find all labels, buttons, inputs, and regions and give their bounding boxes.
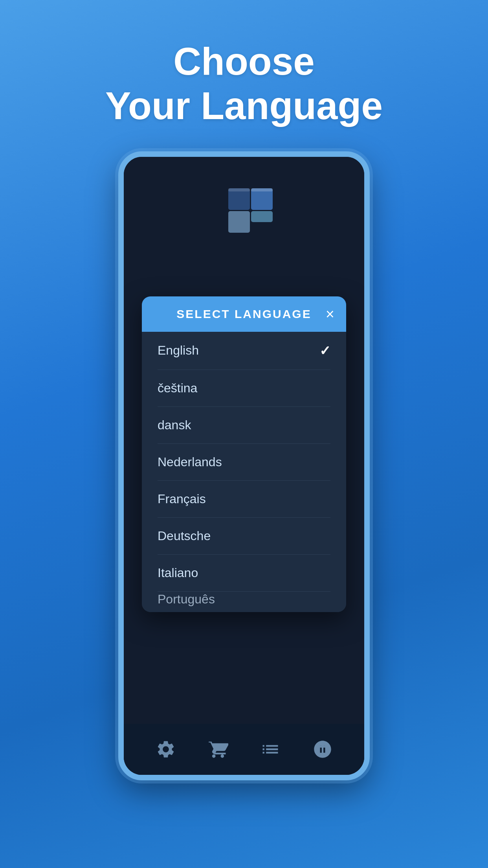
nav-stats[interactable] <box>257 736 284 763</box>
svg-rect-8 <box>318 746 327 748</box>
language-item-nl[interactable]: Nederlands <box>158 444 330 481</box>
language-name-fr: Français <box>158 492 206 506</box>
page-title: Choose Your Language <box>105 39 383 128</box>
svg-point-6 <box>318 743 321 745</box>
language-item-cs[interactable]: čeština <box>158 370 330 407</box>
language-select-modal: SELECT LANGUAGE × English ✓ čeština dans… <box>142 296 346 612</box>
nav-settings[interactable] <box>152 736 180 763</box>
language-list: English ✓ čeština dansk Nederlands Franç… <box>142 332 346 612</box>
language-name-en: English <box>158 343 199 358</box>
language-name-da: dansk <box>158 418 191 432</box>
bottom-nav <box>124 724 364 775</box>
language-item-en[interactable]: English ✓ <box>158 332 330 370</box>
modal-overlay: SELECT LANGUAGE × English ✓ čeština dans… <box>124 157 364 775</box>
modal-header: SELECT LANGUAGE × <box>142 296 346 332</box>
nav-profile[interactable] <box>309 736 336 763</box>
modal-title: SELECT LANGUAGE <box>176 307 311 321</box>
language-name-pt: Português <box>158 592 215 607</box>
selected-checkmark-en: ✓ <box>319 343 330 359</box>
language-item-fr[interactable]: Français <box>158 481 330 518</box>
svg-point-7 <box>324 743 327 745</box>
language-name-it: Italiano <box>158 566 198 580</box>
language-name-nl: Nederlands <box>158 455 222 469</box>
language-item-da[interactable]: dansk <box>158 407 330 444</box>
language-item-pt[interactable]: Português <box>158 592 330 612</box>
language-name-de: Deutsche <box>158 529 211 543</box>
language-item-de[interactable]: Deutsche <box>158 518 330 555</box>
language-item-it[interactable]: Italiano <box>158 555 330 592</box>
language-name-cs: čeština <box>158 381 197 395</box>
close-button[interactable]: × <box>326 307 334 322</box>
game-background: SELECT LANGUAGE × English ✓ čeština dans… <box>124 157 364 775</box>
phone-frame: SELECT LANGUAGE × English ✓ čeština dans… <box>118 151 370 780</box>
nav-shop[interactable] <box>204 736 232 763</box>
